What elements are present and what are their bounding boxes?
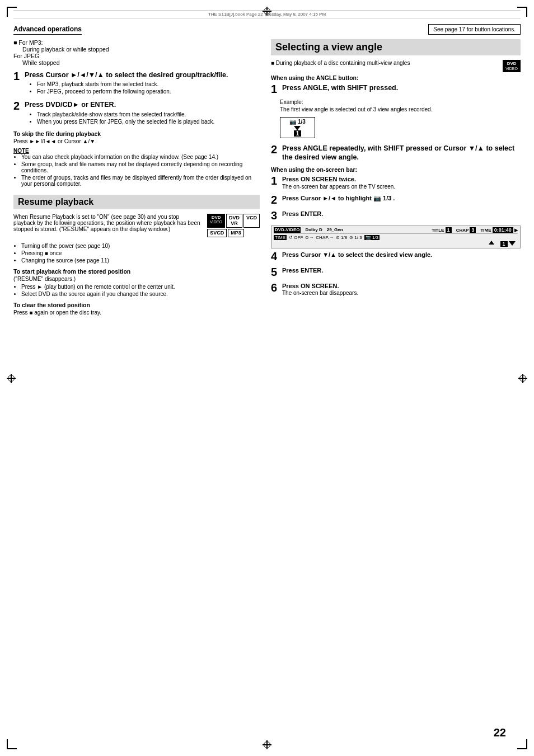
- onscreen-step1-block: 1 Press ON SCREEN twice. The on-screen b…: [271, 175, 521, 189]
- page-number: 22: [494, 726, 506, 739]
- start-heading: To start playback from the stored positi…: [13, 268, 260, 275]
- obs-circle-arrow: ⊙→: [305, 235, 313, 240]
- step2-bullet2: When you press ENTER for JPEG, only the …: [37, 119, 260, 125]
- obs-title: TITLE 1: [432, 227, 451, 233]
- start-bullet2: Select DVD as the source again if you ch…: [21, 291, 260, 297]
- angle-triangle-indicator: 1: [274, 240, 518, 247]
- badge-vcd: VCD: [243, 214, 260, 228]
- right-step1-num: 1: [271, 83, 280, 95]
- step1-number: 1: [13, 71, 22, 82]
- page-header: Advanced operations See page 17 for butt…: [13, 24, 521, 35]
- obs-gen: 29_Gen: [327, 227, 343, 233]
- right-step6-content: Press ON SCREEN. The on-screen bar disap…: [282, 282, 521, 296]
- angle-indicator: 📷 1/3 1: [280, 117, 315, 138]
- obs-time-label: TIME: [274, 235, 287, 240]
- triangle-down-icon: [294, 126, 301, 130]
- start-bullet-list: Press ► (play button) on the remote cont…: [21, 284, 260, 297]
- onscreen-step2-title: Press Cursor ►/◄ to highlight 📷 1/3 .: [282, 194, 521, 202]
- onscreen-step3-title: Press ENTER.: [282, 210, 521, 218]
- step1-title: Press Cursor ►/◄/▼/▲ to select the desir…: [25, 71, 260, 79]
- step2-bullets: Track playback/slide-show starts from th…: [30, 111, 260, 125]
- onscreen-step1-num: 1: [271, 175, 280, 186]
- start-desc: ("RESUME" disappears.): [13, 276, 260, 282]
- step2-title: Press DVD/CD► or ENTER.: [25, 100, 260, 109]
- step2-block: 2 Press DVD/CD► or ENTER. Track playback…: [13, 100, 260, 125]
- camera-icon: 📷: [289, 119, 296, 125]
- note-item3: The order of groups, tracks and files ma…: [21, 175, 260, 187]
- right-step6-title: Press ON SCREEN.: [282, 282, 521, 290]
- onscreen-step2-num: 2: [271, 194, 280, 205]
- for-jpeg-line1: While stopped: [22, 59, 260, 66]
- right-section-title: Selecting a view angle: [275, 41, 516, 53]
- onscreen-step1-desc: The on-screen bar appears on the TV scre…: [282, 184, 521, 190]
- skip-text: Press ►►I/I◄◄ or Cursor ▲/▼.: [13, 138, 260, 144]
- step2-content: Press DVD/CD► or ENTER. Track playback/s…: [25, 100, 260, 125]
- note-label: NOTE: [13, 148, 260, 154]
- resume-bullet2: Pressing ■ once: [21, 250, 260, 256]
- resume-intro-area: DVDVIDEO DVDVR VCD SVCD MP3 When Resume …: [13, 214, 260, 240]
- right-step5-title: Press ENTER.: [282, 266, 521, 274]
- for-mp3-intro: ■ For MP3: During playback or while stop…: [13, 39, 260, 66]
- example-area: Example: The first view angle is selecte…: [280, 99, 521, 140]
- resume-bullet-list: Turning off the power (see page 10) Pres…: [21, 243, 260, 264]
- step2-number: 2: [13, 100, 22, 111]
- onscreen-bar-bottom: TIME ↺ OFF ⊙→ CHAP.→ ⊙ 1/8 ⊙ 1/ 3 📷 1/3: [274, 235, 518, 240]
- onscreen-step1-title: Press ON SCREEN twice.: [282, 175, 521, 183]
- right-step2-content: Press ANGLE repeatedly, with SHIFT press…: [282, 144, 521, 162]
- badge-mp3: MP3: [228, 229, 244, 237]
- right-step5-num: 5: [271, 266, 280, 278]
- example-label: Example:: [280, 99, 521, 105]
- step2-bullet1: Track playback/slide-show starts from th…: [37, 111, 260, 118]
- onscreen-step2-content: Press Cursor ►/◄ to highlight 📷 1/3 .: [282, 194, 521, 202]
- angle-val-box: 📷 1/3 1: [280, 117, 315, 138]
- resume-bullet1: Turning off the power (see page 10): [21, 243, 260, 249]
- right-step2-num: 2: [271, 144, 280, 155]
- right-step4-block: 4 Press Cursor ▼/▲ to select the desired…: [271, 251, 521, 262]
- onscreen-step2-block: 2 Press Cursor ►/◄ to highlight 📷 1/3 .: [271, 194, 521, 205]
- obs-chap: CHAP 3: [456, 227, 476, 233]
- see-page-box: See page 17 for button locations.: [428, 24, 521, 35]
- right-step6-desc: The on-screen bar disappears.: [282, 290, 521, 296]
- obs-chap-arrow: CHAP.→: [316, 235, 333, 240]
- onscreen-heading: When using the on-screen bar:: [271, 166, 521, 173]
- right-step2-block: 2 Press ANGLE repeatedly, with SHIFT pre…: [271, 144, 521, 162]
- onscreen-bar: DVD-VIDEO Dolby D 29_Gen TITLE 1 CHAP 3 …: [271, 226, 521, 248]
- angle-selected: 1: [294, 130, 302, 137]
- right-step1-block: 1 Press ANGLE, with SHIFT pressed.: [271, 83, 521, 95]
- obs-repeat: ↺ OFF: [289, 235, 303, 240]
- right-step2-title: Press ANGLE repeatedly, with SHIFT press…: [282, 144, 521, 162]
- obs-dolby: Dolby D: [305, 227, 322, 233]
- resume-title: Resume playback: [18, 197, 255, 207]
- badge-svcd: SVCD: [207, 229, 227, 237]
- right-intro-text: ■ During playback of a disc containing m…: [271, 60, 521, 66]
- clear-heading: To clear the stored position: [13, 302, 260, 308]
- step1-bullets: For MP3, playback starts from the select…: [30, 81, 260, 95]
- right-step1-content: Press ANGLE, with SHIFT pressed.: [282, 83, 521, 92]
- left-column: ■ For MP3: During playback or while stop…: [13, 39, 260, 316]
- clear-text: Press ■ again or open the disc tray.: [13, 309, 260, 316]
- right-step4-num: 4: [271, 251, 280, 262]
- note-block: NOTE You can also check playback informa…: [13, 148, 260, 187]
- start-bullet1: Press ► (play button) on the remote cont…: [21, 284, 260, 290]
- two-column-layout: ■ For MP3: During playback or while stop…: [13, 39, 521, 316]
- right-dvd-badge: DVDVIDEO: [503, 60, 521, 72]
- step1-bullet2: For JPEG, proceed to perform the followi…: [37, 88, 260, 95]
- right-column: Selecting a view angle DVDVIDEO ■ During…: [271, 39, 521, 300]
- badge-dvd-vr: DVDVR: [226, 214, 242, 228]
- onscreen-step3-block: 3 Press ENTER.: [271, 210, 521, 221]
- right-step1-title: Press ANGLE, with SHIFT pressed.: [282, 83, 521, 92]
- step1-bullet1: For MP3, playback starts from the select…: [37, 81, 260, 87]
- onscreen-bar-top: DVD-VIDEO Dolby D 29_Gen TITLE 1 CHAP 3 …: [274, 227, 518, 234]
- obs-time: TIME 0:01:40 ▶: [480, 227, 518, 233]
- right-section-box: Selecting a view angle: [271, 39, 521, 55]
- onscreen-step3-content: Press ENTER.: [282, 210, 521, 218]
- right-step6-block: 6 Press ON SCREEN. The on-screen bar dis…: [271, 282, 521, 296]
- right-step4-content: Press Cursor ▼/▲ to select the desired v…: [282, 251, 521, 259]
- resume-section-box: Resume playback: [13, 195, 260, 209]
- step1-block: 1 Press Cursor ►/◄/▼/▲ to select the des…: [13, 71, 260, 96]
- onscreen-step3-num: 3: [271, 210, 280, 221]
- badge-dvd-video: DVDVIDEO: [207, 214, 225, 228]
- for-mp3-line1: During playback or while stopped: [22, 46, 260, 53]
- obs-cd-count: ⊙ 1/8: [336, 235, 347, 240]
- file-info-bar: THE S11B[J].book Page 22 Tuesday, May 8,…: [13, 10, 521, 18]
